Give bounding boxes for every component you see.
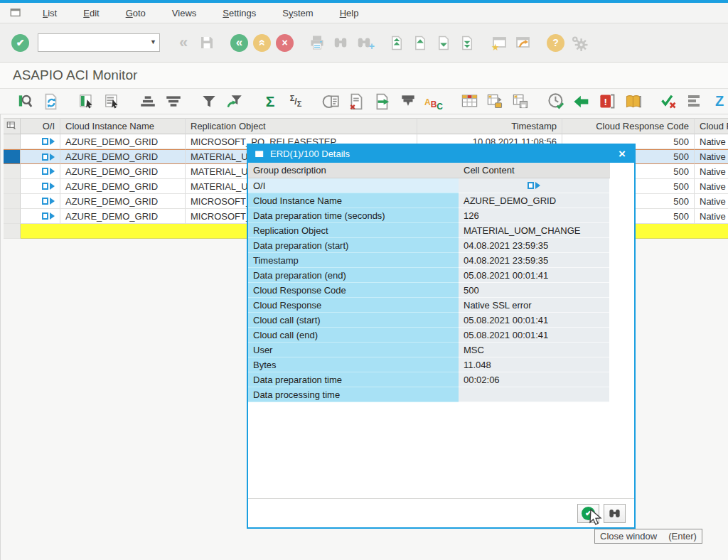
details-row[interactable]: Cloud call (end)05.08.2021 00:01:41	[248, 328, 610, 343]
create-shortcut-icon[interactable]	[514, 33, 532, 53]
local-file-icon[interactable]	[347, 91, 367, 112]
details-row[interactable]: UserMSC	[248, 343, 610, 357]
details-row[interactable]: Cloud Instance NameAZURE_DEMO_GRID	[248, 193, 610, 208]
row-selector[interactable]	[4, 209, 21, 224]
subtotal-icon[interactable]: Σ/Σ	[286, 91, 306, 112]
find-icon[interactable]	[331, 33, 350, 53]
dialog-window-icon	[254, 149, 265, 159]
outbound-icon	[42, 182, 55, 190]
menu-bar: List Edit Goto Views Settings System Hel…	[0, 3, 728, 23]
back-green-icon[interactable]	[572, 91, 592, 112]
set-filter-icon[interactable]	[199, 91, 219, 112]
tooltip-shortcut: (Enter)	[668, 531, 697, 542]
column-header-timestamp[interactable]: Timestamp	[417, 118, 562, 134]
row-selector[interactable]	[4, 149, 21, 164]
new-session-icon[interactable]: ★	[491, 33, 509, 53]
back-icon[interactable]: «	[230, 34, 248, 52]
details-row[interactable]: Replication ObjectMATERIAL_UOM_CHANGE	[248, 223, 610, 238]
sap-system-menu-icon[interactable]	[9, 6, 23, 19]
abc-analysis-icon[interactable]: ABC	[424, 91, 444, 112]
continue-button[interactable]: ✔	[577, 504, 599, 523]
tooltip: Close window (Enter)	[594, 529, 702, 544]
tooltip-label: Close window	[600, 531, 657, 542]
menu-system[interactable]: System	[274, 5, 321, 21]
column-header-replication-object[interactable]: Replication Object	[186, 118, 417, 134]
send-icon[interactable]	[398, 91, 418, 112]
documentation-icon[interactable]	[623, 91, 643, 112]
details-row[interactable]: Data preparation time00:02:06	[248, 372, 610, 387]
exit-icon[interactable]: «	[253, 34, 271, 52]
print-preview-icon[interactable]	[321, 91, 341, 112]
find-button[interactable]	[604, 504, 626, 523]
delete-filter-icon[interactable]	[225, 91, 245, 112]
column-header-group-description[interactable]: Group description	[248, 163, 459, 178]
print-icon[interactable]	[308, 33, 326, 53]
standard-toolbar: ✔ ▼ « « « × + ★	[0, 23, 728, 63]
page-down-icon[interactable]	[434, 33, 453, 53]
title-bar: ASAPIO ACI Monitor	[0, 63, 728, 89]
details-row[interactable]: Cloud Response Code500	[248, 283, 610, 298]
details-dialog: ERD(1)/100 Details × Group description C…	[247, 144, 635, 528]
sort-ascending-icon[interactable]	[138, 91, 158, 112]
details-row[interactable]: Cloud ResponseNative SSL error	[248, 298, 610, 313]
select-all-icon[interactable]	[4, 118, 21, 134]
deselect-all-icon[interactable]	[102, 91, 122, 112]
grid-view-icon[interactable]	[459, 91, 479, 112]
error-log-icon[interactable]: !	[597, 91, 617, 112]
column-header-oi[interactable]: O/I	[21, 118, 60, 134]
close-icon[interactable]: ×	[616, 147, 628, 161]
details-row[interactable]: Data preparation time (seconds)126	[248, 208, 610, 223]
dialog-title-bar[interactable]: ERD(1)/100 Details ×	[248, 145, 634, 163]
legend-icon[interactable]	[684, 91, 704, 112]
clipped-icon[interactable]: Z	[710, 91, 728, 112]
menu-edit[interactable]: Edit	[75, 5, 107, 21]
column-header-cloud-response[interactable]: Cloud Response	[695, 118, 728, 134]
column-header-cell-content[interactable]: Cell Content	[459, 163, 609, 178]
details-row[interactable]: Data preparation (end)05.08.2021 00:01:4…	[248, 268, 610, 283]
customize-layout-icon[interactable]	[569, 33, 588, 53]
total-icon[interactable]: Σ	[260, 91, 280, 112]
row-selector[interactable]	[4, 164, 21, 179]
enter-icon[interactable]: ✔	[11, 34, 29, 52]
export-icon[interactable]	[373, 91, 392, 112]
menu-goto[interactable]: Goto	[117, 5, 154, 21]
first-page-icon[interactable]	[387, 33, 406, 53]
menu-views[interactable]: Views	[164, 5, 205, 21]
details-header-row: Group description Cell Content	[248, 163, 610, 178]
sort-descending-icon[interactable]	[164, 91, 183, 112]
row-selector[interactable]	[4, 134, 21, 149]
menu-settings[interactable]: Settings	[214, 5, 264, 21]
outbound-icon	[42, 153, 55, 161]
command-field[interactable]	[38, 33, 160, 52]
select-detail-icon[interactable]	[77, 91, 97, 112]
column-header-response-code[interactable]: Cloud Response Code	[562, 118, 695, 134]
details-row[interactable]: Cloud call (start)05.08.2021 00:01:41	[248, 313, 610, 328]
details-row[interactable]: Timestamp04.08.2021 23:59:35	[248, 253, 610, 268]
svg-text:!: !	[604, 97, 607, 107]
row-selector[interactable]	[4, 179, 21, 194]
collapse-icon[interactable]: «	[174, 33, 193, 53]
check-icon[interactable]	[658, 91, 678, 112]
save-layout-icon[interactable]	[510, 91, 530, 112]
menu-list[interactable]: List	[34, 5, 65, 21]
details-row[interactable]: Bytes11.048	[248, 357, 610, 372]
details-row[interactable]: Data processing time	[248, 387, 610, 402]
page-up-icon[interactable]	[411, 33, 429, 53]
menu-help[interactable]: Help	[331, 5, 368, 21]
outbound-icon	[42, 137, 55, 146]
find-next-icon[interactable]: +	[355, 33, 373, 53]
row-selector[interactable]	[4, 224, 21, 239]
save-icon[interactable]	[198, 33, 216, 53]
details-row[interactable]: O/I	[248, 178, 610, 193]
details-icon[interactable]	[16, 91, 36, 112]
refresh-icon[interactable]	[41, 91, 61, 112]
column-header-cloud-instance[interactable]: Cloud Instance Name	[60, 118, 186, 134]
table-header-row: O/I Cloud Instance Name Replication Obje…	[4, 118, 728, 134]
change-layout-icon[interactable]	[485, 91, 505, 112]
last-page-icon[interactable]	[458, 33, 476, 53]
help-icon[interactable]: ?	[547, 34, 564, 52]
row-selector[interactable]	[4, 194, 21, 209]
schedule-icon[interactable]	[546, 91, 566, 112]
details-row[interactable]: Data preparation (start)04.08.2021 23:59…	[248, 238, 610, 253]
cancel-icon[interactable]: ×	[276, 34, 294, 52]
